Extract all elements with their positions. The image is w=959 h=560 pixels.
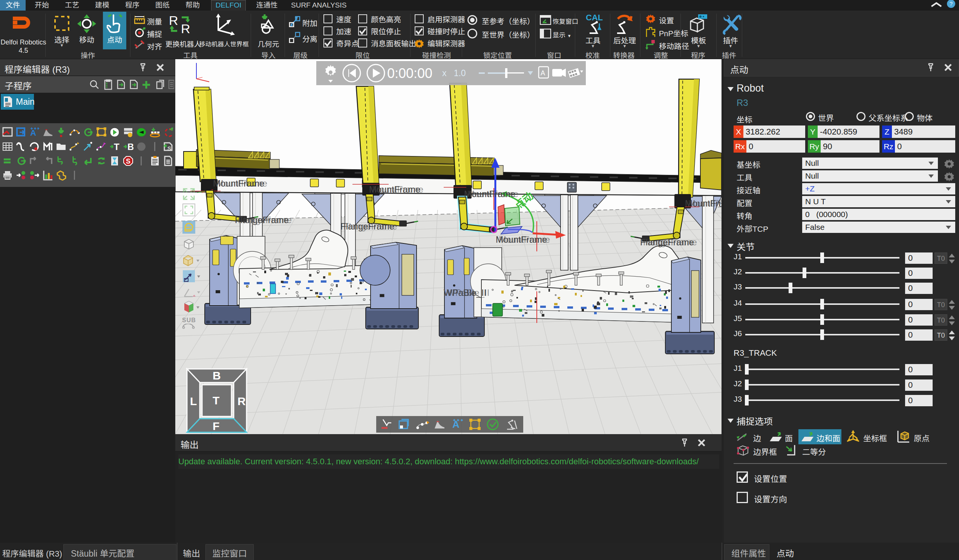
svg-text:R: R [237,395,246,407]
svg-text:L: L [190,395,197,407]
svg-text:S: S [126,158,131,165]
svg-text:R: R [181,21,190,35]
svg-text:F: F [213,420,220,432]
svg-text:B: B [127,142,134,152]
svg-text:S: S [167,145,171,151]
svg-text:R: R [169,14,178,27]
svg-text:B: B [213,369,221,382]
svg-text:T: T [213,394,220,407]
svg-text:T: T [114,142,119,152]
svg-text:CAL: CAL [586,14,603,22]
svg-text:A: A [540,69,545,77]
